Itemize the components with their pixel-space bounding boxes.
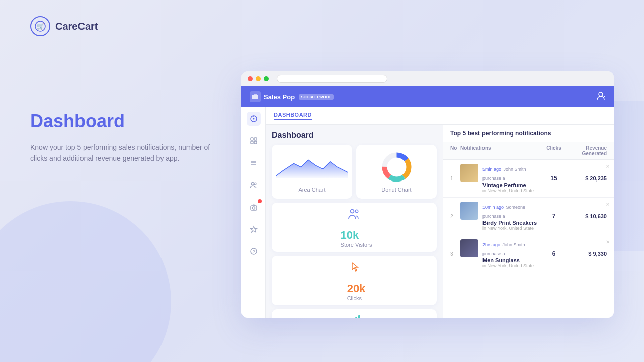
content-area: Dashboard xyxy=(266,125,614,318)
area-chart-card: Area Chart xyxy=(272,145,352,199)
svg-point-27 xyxy=(351,210,354,213)
visitors-value: 10k xyxy=(341,229,372,242)
notif-row-3: 3 2hrs ago John Smith p xyxy=(443,235,614,273)
notif-clicks-1: 15 xyxy=(541,175,567,182)
revenue-card: $1,050 Revenue Generated xyxy=(272,309,437,318)
notif-item-3: 2hrs ago John Smith purchase a Men Sungl… xyxy=(460,239,541,268)
notif-close-3[interactable]: ✕ xyxy=(606,239,610,245)
svg-rect-8 xyxy=(251,138,253,140)
app-name: Sales Pop xyxy=(264,93,295,101)
notif-product-2: Birdy Print Sneakers xyxy=(482,220,541,226)
notif-revenue-3: $ 9,330 xyxy=(567,251,607,257)
notif-num-2: 2 xyxy=(450,214,460,219)
svg-marker-19 xyxy=(250,226,257,232)
hero-title: Dashboard xyxy=(30,111,211,132)
svg-text:?: ? xyxy=(252,249,255,254)
notif-product-3: Men Sunglass xyxy=(482,257,541,263)
col-notifications: Notifications xyxy=(460,145,541,156)
charts-row: Area Chart xyxy=(272,145,437,199)
notif-location-3: in New York, United State xyxy=(482,263,541,268)
sub-nav-dashboard[interactable]: DASHBOARD xyxy=(274,112,312,120)
notif-item-2: 10min ago Someone purchase a Birdy Print… xyxy=(460,202,541,231)
svg-rect-3 xyxy=(254,94,257,95)
clicks-label: Clicks xyxy=(347,295,366,301)
app-layout: Sales Pop SOCIAL PROOF xyxy=(242,86,614,318)
donut-chart-card: Donut Chart xyxy=(356,145,437,199)
visitors-label: Store Vistors xyxy=(341,242,372,248)
browser-url-bar xyxy=(277,75,387,83)
notif-text-2: 10min ago Someone purchase a Birdy Print… xyxy=(482,202,541,231)
svg-point-16 xyxy=(254,183,256,185)
browser-window: Sales Pop SOCIAL PROOF xyxy=(242,71,614,318)
svg-point-6 xyxy=(253,118,254,120)
sidebar-item-list[interactable] xyxy=(247,156,261,170)
notif-text-3: 2hrs ago John Smith purchase a Men Sungl… xyxy=(482,239,541,268)
svg-rect-11 xyxy=(254,141,257,144)
notif-revenue-1: $ 20,235 xyxy=(567,175,607,182)
camera-badge xyxy=(258,199,262,203)
notif-header: Top 5 best performing notifications xyxy=(443,125,614,142)
app-body: ? DASHBOARD Dashboard xyxy=(242,107,614,318)
main-content: DASHBOARD Dashboard xyxy=(266,107,614,318)
svg-rect-31 xyxy=(355,317,357,318)
clicks-card: 20k Clicks xyxy=(272,256,437,305)
logo-icon: 🛒 xyxy=(30,16,50,36)
svg-point-4 xyxy=(599,92,603,96)
browser-dot-yellow xyxy=(256,76,261,81)
col-revenue: Revenue Generated xyxy=(567,145,607,156)
panel-title: Dashboard xyxy=(272,131,437,140)
user-icon[interactable] xyxy=(596,90,606,103)
notif-row-1: 1 5min ago John Smith p xyxy=(443,160,614,198)
clicks-icon xyxy=(347,260,361,277)
donut-chart-svg xyxy=(380,151,413,184)
notif-close-2[interactable]: ✕ xyxy=(606,202,610,207)
browser-dot-red xyxy=(248,76,253,81)
notif-row-2: 2 10min ago Someone pur xyxy=(443,198,614,235)
sidebar-item-camera[interactable] xyxy=(247,200,261,214)
area-chart-label: Area Chart xyxy=(298,187,325,193)
notif-time-label-3: 2hrs ago xyxy=(482,242,500,247)
hero-content: Dashboard Know your top 5 performing sal… xyxy=(30,111,211,164)
svg-point-15 xyxy=(251,183,254,185)
notif-row-wrapper-2: 2 10min ago Someone pur xyxy=(443,198,614,235)
notif-location-2: in New York, United State xyxy=(482,226,541,231)
sidebar-item-dashboard[interactable] xyxy=(247,112,261,126)
sidebar: ? xyxy=(242,107,266,318)
donut-chart-label: Donut Chart xyxy=(381,187,411,193)
area-chart-svg xyxy=(276,151,348,184)
notif-time-label-1: 5min ago xyxy=(482,167,501,172)
notif-revenue-2: $ 10,630 xyxy=(567,213,607,219)
sidebar-item-help[interactable]: ? xyxy=(247,244,261,258)
svg-text:🛒: 🛒 xyxy=(37,22,44,30)
visitors-icon xyxy=(347,207,361,224)
svg-point-18 xyxy=(252,207,255,209)
notifications-panel: Top 5 best performing notifications No N… xyxy=(443,125,614,318)
notif-text-1: 5min ago John Smith purchase a Vintage P… xyxy=(482,164,541,193)
notif-close-1[interactable]: ✕ xyxy=(606,164,610,169)
notif-clicks-2: 7 xyxy=(541,213,567,220)
hero-description: Know your top 5 performing sales notific… xyxy=(30,142,211,164)
browser-chrome xyxy=(242,71,614,86)
logo-text: CareCart xyxy=(55,21,98,32)
top-nav: Sales Pop SOCIAL PROOF xyxy=(242,86,614,107)
notif-img-3 xyxy=(460,239,478,257)
logo-area: 🛒 CareCart xyxy=(30,16,98,36)
notif-row-wrapper-1: 1 5min ago John Smith p xyxy=(443,160,614,198)
notif-table-header: No Notifications Clicks Revenue Generate… xyxy=(443,142,614,160)
sidebar-item-users[interactable] xyxy=(247,178,261,192)
sidebar-item-grid[interactable] xyxy=(247,134,261,148)
store-visitors-card: 10k Store Vistors xyxy=(272,203,437,252)
notif-row-wrapper-3: 3 2hrs ago John Smith p xyxy=(443,235,614,273)
notif-item-1: 5min ago John Smith purchase a Vintage P… xyxy=(460,164,541,193)
app-badge: SOCIAL PROOF xyxy=(299,94,334,100)
col-no: No xyxy=(450,145,460,156)
browser-dot-green xyxy=(264,76,269,81)
sidebar-item-star[interactable] xyxy=(247,222,261,236)
notif-location-1: in New York, United State xyxy=(482,188,541,193)
notif-img-2 xyxy=(460,202,478,220)
notif-time-label-2: 10min ago xyxy=(482,205,504,210)
notif-product-1: Vintage Perfume xyxy=(482,182,541,188)
svg-rect-9 xyxy=(254,138,257,140)
stats-section: 10k Store Vistors xyxy=(272,203,437,318)
svg-point-28 xyxy=(355,210,358,213)
